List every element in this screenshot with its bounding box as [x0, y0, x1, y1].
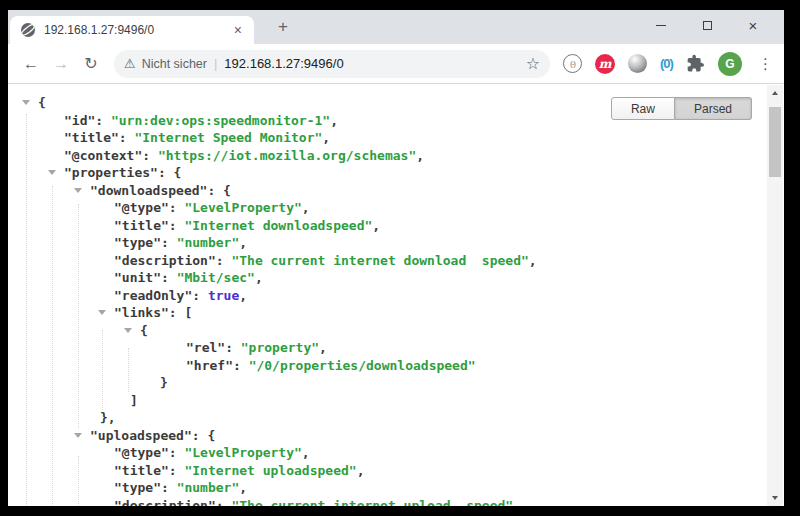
- close-button[interactable]: ×: [730, 10, 776, 40]
- puzzle-icon[interactable]: [686, 54, 705, 73]
- json-string: "Mbit/sec": [177, 270, 255, 285]
- json-punct: : {: [158, 165, 181, 180]
- json-line: "unit": "Mbit/sec",: [8, 269, 784, 287]
- collapse-toggle-icon[interactable]: [74, 188, 82, 193]
- json-line: ]: [8, 392, 784, 410]
- json-string: "Internet Speed Monitor": [134, 130, 322, 145]
- json-punct: {: [140, 323, 148, 338]
- json-punct: : {: [192, 428, 215, 443]
- json-line: "downloadspeed": {: [8, 182, 784, 200]
- window-controls: ×: [638, 10, 776, 40]
- json-string: "urn:dev:ops:speedmonitor-1": [111, 113, 330, 128]
- json-line: "type": "number",: [8, 479, 784, 497]
- json-line: "@context": "https://iot.mozilla.org/sch…: [8, 147, 784, 165]
- json-key: "description": [114, 253, 216, 268]
- scroll-down-button[interactable]: [767, 490, 783, 506]
- json-key: "readOnly": [114, 288, 192, 303]
- tab-close-icon[interactable]: ×: [232, 22, 244, 38]
- scrollbar-thumb[interactable]: [769, 107, 781, 177]
- extension-blue-icon[interactable]: (0): [660, 56, 673, 71]
- json-punct: ,: [302, 445, 310, 460]
- collapse-toggle-icon[interactable]: [48, 170, 56, 175]
- extension-m-icon[interactable]: m: [595, 54, 615, 74]
- json-line: "type": "number",: [8, 234, 784, 252]
- json-lines: {"id": "urn:dev:ops:speedmonitor-1","tit…: [8, 84, 784, 506]
- json-punct: :: [161, 235, 177, 250]
- collapse-toggle-icon[interactable]: [98, 310, 106, 315]
- url-text[interactable]: 192.168.1.27:9496/0: [224, 56, 519, 71]
- minimize-icon: [656, 25, 666, 26]
- browser-tab[interactable]: 192.168.1.27:9496/0 ×: [10, 16, 254, 44]
- json-line: "title": "Internet Speed Monitor",: [8, 129, 784, 147]
- json-key: "@type": [114, 200, 169, 215]
- collapse-toggle-icon[interactable]: [22, 100, 30, 105]
- json-punct: ,: [239, 480, 247, 495]
- json-punct: }: [160, 375, 168, 390]
- json-punct: },: [100, 410, 116, 425]
- arrow-up-icon: [772, 91, 778, 95]
- json-line: "description": "The current internet upl…: [8, 497, 784, 507]
- json-punct: ,: [330, 113, 338, 128]
- json-string: "The current internet download speed": [231, 253, 528, 268]
- json-key: "title": [114, 218, 169, 233]
- security-status-label[interactable]: Nicht sicher: [142, 57, 207, 71]
- json-key: "title": [64, 130, 119, 145]
- back-icon[interactable]: ←: [16, 55, 46, 73]
- tab-strip: 192.168.1.27:9496/0 × + ×: [8, 10, 784, 44]
- json-line: },: [8, 409, 784, 427]
- minimize-button[interactable]: [638, 10, 684, 40]
- chrome-menu-icon[interactable]: ⋮: [758, 55, 773, 73]
- raw-button[interactable]: Raw: [611, 97, 675, 120]
- extension-sphere-icon[interactable]: [628, 54, 647, 73]
- json-key: "rel": [186, 340, 225, 355]
- json-punct: ,: [239, 288, 247, 303]
- json-key: "type": [114, 480, 161, 495]
- json-line: "description": "The current internet dow…: [8, 252, 784, 270]
- bookmark-star-icon[interactable]: ☆: [526, 54, 540, 73]
- page-content: {"id": "urn:dev:ops:speedmonitor-1","tit…: [8, 84, 784, 506]
- reload-icon[interactable]: ↻: [76, 54, 106, 73]
- new-tab-button[interactable]: +: [270, 14, 296, 40]
- json-string: "The current internet upload speed": [231, 498, 513, 507]
- address-bar[interactable]: ⚠ Nicht sicher | 192.168.1.27:9496/0 ☆: [114, 50, 550, 78]
- json-key: "title": [114, 463, 169, 478]
- json-punct: ]: [130, 393, 138, 408]
- maximize-button[interactable]: [684, 10, 730, 40]
- scroll-up-button[interactable]: [767, 85, 783, 101]
- json-string: "Internet uploadspeed": [184, 463, 356, 478]
- json-punct: ,: [302, 200, 310, 215]
- forward-icon[interactable]: →: [46, 55, 76, 73]
- profile-avatar[interactable]: G: [718, 52, 742, 76]
- vertical-scrollbar[interactable]: [767, 85, 783, 506]
- collapse-toggle-icon[interactable]: [74, 433, 82, 438]
- json-punct: ,: [255, 270, 263, 285]
- arrow-down-icon: [772, 496, 778, 500]
- json-punct: :: [161, 480, 177, 495]
- json-punct: :: [119, 130, 135, 145]
- json-line: "readOnly": true,: [8, 287, 784, 305]
- json-line: "@type": "LevelProperty",: [8, 199, 784, 217]
- view-mode-toggle: Raw Parsed: [611, 97, 752, 120]
- json-punct: ,: [239, 235, 247, 250]
- json-key: "unit": [114, 270, 161, 285]
- json-string: "/0/properties/downloadspeed": [249, 358, 476, 373]
- screenshot-root: 192.168.1.27:9496/0 × + × ← → ↻ ⚠ Nicht …: [0, 0, 800, 516]
- json-boolean: true: [208, 288, 239, 303]
- json-string: "property": [241, 340, 319, 355]
- collapse-toggle-icon[interactable]: [124, 328, 132, 333]
- json-line: {: [8, 322, 784, 340]
- json-key: "description": [114, 498, 216, 507]
- json-key: "downloadspeed": [90, 183, 207, 198]
- json-line: "title": "Internet uploadspeed",: [8, 462, 784, 480]
- extension-paren-icon[interactable]: (-): [563, 54, 582, 73]
- close-icon: ×: [749, 18, 758, 33]
- json-line: "href": "/0/properties/downloadspeed": [8, 357, 784, 375]
- json-punct: :: [169, 463, 185, 478]
- browser-toolbar: ← → ↻ ⚠ Nicht sicher | 192.168.1.27:9496…: [8, 44, 784, 84]
- json-line: "title": "Internet downloadspeed",: [8, 217, 784, 235]
- browser-window: 192.168.1.27:9496/0 × + × ← → ↻ ⚠ Nicht …: [8, 10, 784, 506]
- parsed-button[interactable]: Parsed: [675, 97, 752, 120]
- json-string: "LevelProperty": [184, 200, 301, 215]
- json-line: }: [8, 374, 784, 392]
- json-punct: ,: [416, 148, 424, 163]
